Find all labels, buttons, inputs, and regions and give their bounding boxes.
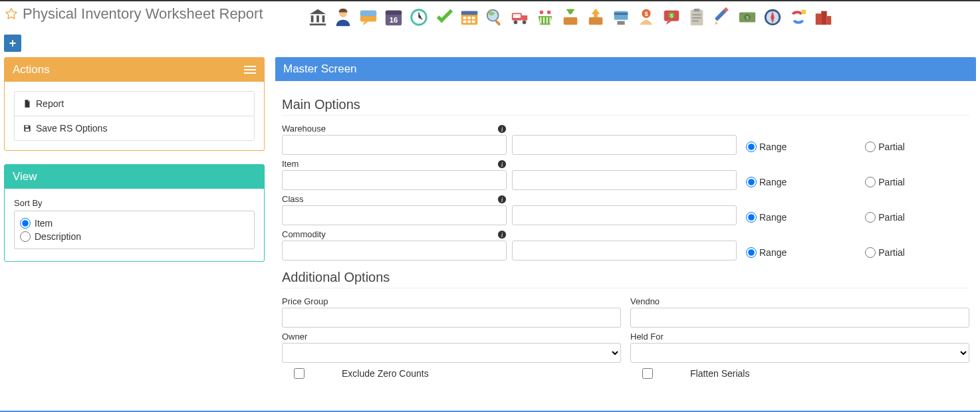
item-range[interactable]: Range (746, 177, 787, 187)
svg-rect-8 (461, 11, 477, 15)
action-report[interactable]: Report (15, 92, 254, 116)
warehouse-partial[interactable]: Partial (865, 142, 905, 152)
clock-icon[interactable] (408, 7, 429, 28)
chat-icon[interactable] (358, 7, 379, 28)
svg-point-28 (547, 11, 551, 15)
class-range[interactable]: Range (746, 212, 787, 223)
commodity-partial[interactable]: Partial (865, 247, 905, 258)
flatten-serials-wrap: Flatten Serials (630, 368, 969, 379)
flatten-serials-checkbox[interactable] (642, 368, 653, 379)
hamburger-icon[interactable] (244, 66, 256, 74)
screen-title: Master Screen (283, 62, 357, 75)
info-icon[interactable]: i (497, 230, 507, 239)
class-mode: Range Partial (742, 212, 905, 225)
card-reader-icon[interactable] (610, 7, 632, 28)
commodity-to-input[interactable] (512, 241, 737, 260)
commodity-mode: Range Partial (742, 247, 905, 260)
sort-by-item-label: Item (35, 218, 53, 229)
svg-rect-35 (617, 21, 624, 25)
action-report-label: Report (36, 98, 64, 109)
header-row: Physical Inventory Worksheet Report 16 $… (0, 1, 980, 28)
action-save-rs[interactable]: Save RS Options (15, 116, 254, 140)
info-icon[interactable]: i (497, 159, 507, 169)
sort-by-label: Sort By (14, 198, 255, 208)
upload-box-icon[interactable] (585, 7, 606, 28)
sort-by-description-radio[interactable] (20, 231, 31, 242)
class-label-row: Class i (282, 194, 507, 204)
svg-rect-12 (463, 21, 466, 23)
favorite-star-icon[interactable] (4, 7, 19, 21)
flatten-serials-label: Flatten Serials (690, 368, 749, 379)
check-icon[interactable] (433, 7, 455, 28)
donate-icon[interactable]: $ (636, 7, 657, 28)
add-button[interactable]: + (4, 35, 21, 52)
calendar-16-icon[interactable]: 16 (383, 7, 404, 28)
svg-rect-13 (467, 21, 471, 23)
price-group-label: Price Group (282, 296, 621, 306)
warehouse-to-input[interactable] (512, 135, 737, 155)
cash-icon[interactable]: $ (737, 7, 758, 28)
commodity-from-input[interactable] (282, 241, 507, 260)
class-partial[interactable]: Partial (865, 212, 905, 223)
item-partial[interactable]: Partial (865, 177, 905, 187)
download-box-icon[interactable] (560, 7, 581, 28)
separator (282, 115, 969, 116)
price-group-input[interactable] (282, 308, 621, 328)
svg-rect-54 (815, 13, 820, 25)
pencil-icon[interactable] (711, 7, 733, 28)
ao-row-2: Owner Held For (282, 332, 969, 363)
main-content: Master Screen Main Options Warehouse i R… (275, 57, 976, 391)
view-panel: View Sort By Item Description (4, 164, 265, 262)
svg-text:$: $ (644, 11, 648, 17)
view-panel-body: Sort By Item Description (5, 189, 264, 261)
held-for-select[interactable] (630, 343, 969, 363)
buildings-icon[interactable] (812, 7, 834, 28)
item-mode: Range Partial (742, 177, 905, 190)
info-icon[interactable]: i (497, 124, 507, 134)
clipboard-icon[interactable] (686, 7, 707, 28)
svg-rect-57 (25, 126, 29, 128)
additional-options-heading: Additional Options (282, 270, 969, 285)
refresh-swap-icon[interactable] (787, 7, 808, 28)
svg-rect-10 (467, 17, 471, 19)
svg-rect-31 (588, 17, 602, 25)
item-to-input[interactable] (512, 170, 737, 190)
schedule-icon[interactable] (459, 7, 480, 28)
svg-rect-30 (568, 9, 572, 14)
sort-by-item[interactable]: Item (20, 218, 249, 229)
class-from-input[interactable] (282, 205, 507, 225)
vendno-input[interactable] (630, 308, 969, 328)
exclude-zero-wrap: Exclude Zero Counts (282, 368, 621, 379)
svg-rect-44 (692, 17, 701, 19)
warehouse-label-row: Warehouse i (282, 124, 507, 134)
save-icon (23, 124, 32, 133)
svg-rect-32 (594, 13, 598, 17)
exclude-zero-checkbox[interactable] (294, 368, 305, 379)
svg-text:i: i (501, 195, 503, 203)
view-title: View (13, 170, 37, 183)
owner-select[interactable] (282, 343, 621, 363)
bank-icon[interactable] (307, 7, 328, 28)
item-from-input[interactable] (282, 170, 507, 190)
user-icon[interactable] (332, 7, 354, 28)
warehouse-from-input[interactable] (282, 135, 507, 155)
commodity-range[interactable]: Range (746, 247, 787, 258)
svg-point-21 (522, 21, 526, 25)
sort-by-description[interactable]: Description (20, 231, 249, 242)
class-to-input[interactable] (512, 205, 737, 225)
truck-icon[interactable] (509, 7, 531, 28)
exclude-zero-label: Exclude Zero Counts (342, 368, 429, 379)
svg-rect-29 (563, 17, 577, 25)
basket-icon[interactable] (535, 7, 556, 28)
sort-by-item-radio[interactable] (20, 218, 31, 229)
title-wrap: Physical Inventory Worksheet Report (4, 5, 263, 23)
compass-icon[interactable] (762, 7, 783, 28)
svg-rect-23 (540, 17, 541, 23)
speech-money-icon[interactable]: $ (661, 7, 682, 28)
sort-by-description-label: Description (35, 231, 81, 242)
page-title: Physical Inventory Worksheet Report (23, 5, 263, 23)
warehouse-range[interactable]: Range (746, 142, 787, 152)
svg-text:i: i (501, 160, 503, 167)
info-icon[interactable]: i (497, 195, 507, 204)
globe-search-icon[interactable] (484, 7, 505, 28)
